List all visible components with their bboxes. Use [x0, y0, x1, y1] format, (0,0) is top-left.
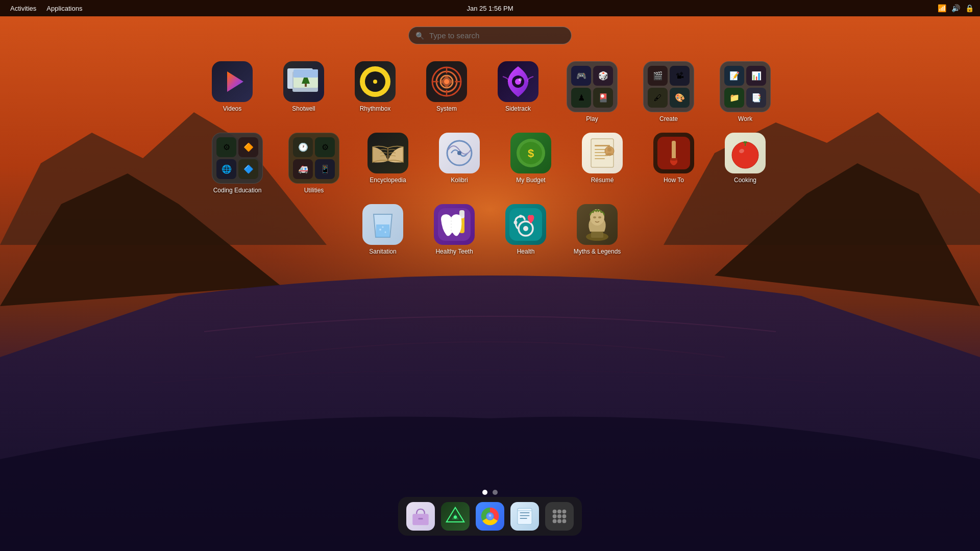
svg-point-17 — [519, 78, 522, 81]
play-folder-label: Play — [586, 115, 598, 122]
dock-flathub[interactable] — [406, 502, 435, 531]
util-sub-1: 🕐 — [293, 137, 313, 157]
work-sub-1: 📝 — [724, 66, 744, 86]
coding-sub-3: 🌐 — [216, 159, 236, 179]
myths-label: Myths & Legends — [574, 248, 621, 255]
util-sub-4: 📱 — [315, 159, 335, 179]
app-grid: Videos Shotwell — [207, 61, 773, 255]
work-sub-2: 📊 — [746, 66, 766, 86]
search-input[interactable] — [408, 27, 572, 44]
applications-button[interactable]: Applications — [42, 4, 86, 13]
svg-text:$: $ — [528, 147, 534, 160]
page-dot-2[interactable] — [493, 490, 498, 495]
myths-icon — [577, 204, 618, 245]
svg-rect-67 — [520, 512, 530, 513]
svg-rect-56 — [412, 514, 428, 525]
healthy-teeth-label: Healthy Teeth — [435, 248, 473, 255]
app-rhythmbox[interactable]: Rhythmbox — [350, 61, 401, 112]
app-resume[interactable]: Résumé — [577, 133, 628, 184]
svg-point-61 — [454, 515, 457, 518]
app-myths-legends[interactable]: Myths & Legends — [572, 204, 623, 255]
dock-chromium[interactable] — [476, 502, 504, 531]
page-dot-1[interactable] — [482, 490, 487, 495]
util-sub-3: 🚑 — [293, 159, 313, 179]
utilities-folder-icon: 🕐 ⚙ 🚑 📱 — [288, 133, 339, 184]
create-sub-1: 🎬 — [648, 66, 668, 86]
page-dots — [482, 490, 498, 495]
encyclopedia-label: Encyclopedia — [370, 177, 406, 184]
app-mybudget[interactable]: $ My Budget — [505, 133, 556, 184]
app-healthy-teeth[interactable]: Healthy Teeth — [429, 204, 480, 255]
coding-sub-1: ⚙ — [216, 137, 236, 157]
dock-fractal[interactable] — [441, 502, 470, 531]
shotwell-label: Shotwell — [292, 105, 315, 112]
svg-rect-29 — [595, 158, 605, 159]
app-row-2: ⚙ 🔶 🌐 🔷 Coding Education 🕐 ⚙ 🚑 📱 Utiliti… — [209, 133, 771, 194]
svg-rect-28 — [595, 155, 608, 156]
app-videos[interactable]: Videos — [207, 61, 258, 112]
encyclopedia-icon — [368, 133, 408, 173]
app-health[interactable]: Health — [500, 204, 551, 255]
kolibri-icon — [439, 133, 480, 173]
folder-coding[interactable]: ⚙ 🔶 🌐 🔷 Coding Education — [209, 133, 265, 194]
app-cooking[interactable]: Cooking — [720, 133, 771, 184]
activities-button[interactable]: Activities — [6, 4, 40, 13]
coding-folder-icon: ⚙ 🔶 🌐 🔷 — [212, 133, 263, 184]
lock-icon: 🔒 — [965, 4, 974, 12]
rhythmbox-label: Rhythmbox — [360, 105, 391, 112]
folder-work[interactable]: 📝 📊 📁 📑 Work — [717, 61, 773, 122]
svg-rect-27 — [595, 152, 606, 153]
dock-notes[interactable] — [510, 502, 539, 531]
util-sub-2: ⚙ — [315, 137, 335, 157]
create-sub-2: 📽 — [670, 66, 690, 86]
create-sub-4: 🎨 — [670, 88, 690, 108]
svg-rect-69 — [520, 518, 527, 519]
folder-create[interactable]: 🎬 📽 🖋 🎨 Create — [641, 61, 697, 122]
app-sidetrack[interactable]: Sidetrack — [493, 61, 544, 112]
kolibri-label: Kolibri — [451, 177, 468, 184]
topbar-left: Activities Applications — [6, 4, 86, 13]
cooking-label: Cooking — [734, 177, 756, 184]
app-sanitation[interactable]: Sanitation — [357, 204, 408, 255]
app-row-1: Videos Shotwell — [207, 61, 773, 122]
svg-rect-7 — [293, 69, 318, 78]
search-container: 🔍 — [408, 27, 572, 44]
svg-point-39 — [382, 227, 384, 228]
work-sub-3: 📁 — [724, 88, 744, 108]
svg-point-75 — [557, 514, 561, 518]
sidetrack-icon — [498, 61, 538, 102]
folder-play[interactable]: 🎮 🎲 ♟ 🎴 Play — [564, 61, 620, 122]
svg-rect-44 — [461, 211, 462, 216]
play-sub-1: 🎮 — [571, 66, 591, 86]
svg-point-65 — [489, 514, 492, 517]
svg-point-76 — [562, 514, 567, 518]
coding-sub-4: 🔷 — [238, 159, 258, 179]
app-howto[interactable]: How To — [648, 133, 699, 184]
create-sub-3: 🖋 — [648, 88, 668, 108]
sidetrack-label: Sidetrack — [505, 105, 531, 112]
svg-rect-57 — [418, 518, 423, 519]
svg-point-37 — [379, 229, 381, 231]
app-system[interactable]: System — [421, 61, 472, 112]
app-kolibri[interactable]: Kolibri — [434, 133, 485, 184]
videos-icon — [212, 61, 253, 102]
system-icon — [426, 61, 467, 102]
svg-marker-2 — [227, 71, 243, 92]
cooking-icon — [725, 133, 766, 173]
health-label: Health — [517, 248, 535, 255]
svg-point-48 — [523, 226, 528, 231]
create-folder-icon: 🎬 📽 🖋 🎨 — [643, 61, 694, 112]
howto-label: How To — [664, 177, 684, 184]
folder-utilities[interactable]: 🕐 ⚙ 🚑 📱 Utilities — [286, 133, 342, 194]
svg-point-14 — [444, 79, 449, 84]
svg-point-74 — [553, 514, 557, 518]
svg-point-20 — [457, 151, 461, 155]
coding-folder-label: Coding Education — [213, 187, 262, 194]
dock-app-drawer[interactable] — [545, 502, 574, 531]
topbar: Activities Applications Jan 25 1:56 PM 📶… — [0, 0, 980, 16]
app-shotwell[interactable]: Shotwell — [278, 61, 329, 112]
app-encyclopedia[interactable]: Encyclopedia — [362, 133, 413, 184]
svg-rect-43 — [460, 211, 461, 216]
work-sub-4: 📑 — [746, 88, 766, 108]
resume-icon — [582, 133, 623, 173]
